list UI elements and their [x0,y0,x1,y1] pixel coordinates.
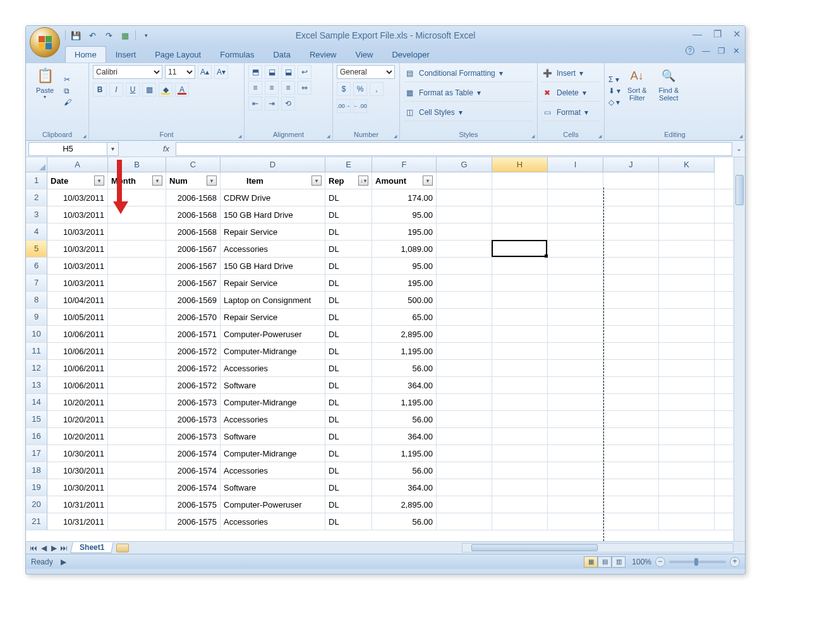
row-header-11[interactable]: 11 [26,343,47,360]
cell[interactable] [437,258,492,274]
cell[interactable]: Software [221,377,325,393]
cell[interactable] [492,258,548,274]
cell[interactable] [659,343,715,359]
cell[interactable] [603,513,659,530]
cell[interactable]: 364.00 [372,428,437,444]
cell[interactable]: Repair Service [221,224,325,240]
cell[interactable]: Accessories [221,513,325,530]
font-color-button[interactable]: A [175,83,189,97]
cell[interactable]: 10/06/2011 [47,377,108,393]
row-header-4[interactable]: 4 [26,224,47,241]
header-cell[interactable]: Amount▾ [372,172,437,189]
align-top-icon[interactable]: ⬒ [248,65,262,79]
cell[interactable]: 1,089.00 [372,241,437,257]
cell[interactable] [659,462,715,479]
cell[interactable]: 195.00 [372,224,437,240]
row-header-20[interactable]: 20 [26,496,47,513]
cell[interactable]: Accessories [221,462,325,479]
align-center-icon[interactable]: ≡ [265,81,279,95]
cell[interactable] [548,411,603,427]
sort-filter-button[interactable]: A↓ Sort & Filter [622,65,652,102]
cell[interactable]: 10/03/2011 [47,224,108,240]
cell[interactable] [548,513,603,530]
header-cell[interactable] [659,172,715,189]
cell[interactable]: 56.00 [372,411,437,427]
decrease-indent-icon[interactable]: ⇤ [248,97,262,110]
sheet-nav-next-icon[interactable]: ▶ [50,544,57,552]
cell[interactable]: 10/06/2011 [47,360,108,376]
cell[interactable]: 2006-1574 [166,479,221,496]
cell[interactable]: DL [325,309,372,325]
cell[interactable]: DL [325,462,372,479]
minimize-doc-button[interactable]: — [702,46,710,56]
cell[interactable] [108,326,166,342]
cell[interactable]: DL [325,292,372,308]
restore-button[interactable]: ❐ [713,28,722,40]
merge-center-icon[interactable]: ⇔ [298,81,311,95]
cell[interactable]: DL [325,189,372,206]
cell[interactable] [548,189,603,206]
cell[interactable]: 10/31/2011 [47,496,108,513]
row-header-14[interactable]: 14 [26,394,47,411]
header-cell[interactable]: Rep▾ [325,172,372,189]
insert-cells-button[interactable]: ➕Insert ▾ [541,65,600,82]
orientation-icon[interactable]: ⟲ [281,97,295,110]
cell[interactable] [603,428,659,444]
cell[interactable] [603,496,659,513]
cell[interactable]: 10/06/2011 [47,326,108,342]
cell[interactable] [603,360,659,376]
ribbon-tab-page-layout[interactable]: Page Layout [145,46,210,63]
percent-icon[interactable]: % [353,82,367,96]
delete-cells-button[interactable]: ✖Delete ▾ [541,85,600,102]
cell[interactable] [603,309,659,325]
cell[interactable]: Computer-Poweruser [221,326,325,342]
vertical-scrollbar[interactable] [734,157,745,541]
cell[interactable] [437,326,492,342]
redo-icon[interactable]: ↷ [102,29,115,42]
cell[interactable] [603,258,659,274]
cell[interactable]: Accessories [221,241,325,257]
align-left-icon[interactable]: ≡ [248,81,262,95]
cell[interactable] [437,206,492,223]
decrease-decimal-icon[interactable]: ←.00 [353,99,367,113]
filter-dropdown-date[interactable]: ▾ [94,176,104,186]
cell[interactable] [659,394,715,410]
cell[interactable] [548,292,603,308]
column-header-C[interactable]: C [166,157,221,172]
help-icon[interactable]: ? [686,46,694,55]
ribbon-tab-developer[interactable]: Developer [382,46,438,63]
cell[interactable]: DL [325,513,372,530]
italic-button[interactable]: I [109,83,123,97]
cell[interactable]: 364.00 [372,377,437,393]
cell[interactable] [108,445,166,462]
font-name-select[interactable]: Calibri [93,65,162,79]
cell[interactable]: 2006-1568 [166,224,221,240]
cell[interactable] [492,360,548,376]
column-header-D[interactable]: D [221,157,325,172]
format-cells-button[interactable]: ▭Format ▾ [541,104,600,121]
header-cell[interactable] [492,172,548,189]
cell[interactable]: 2006-1568 [166,206,221,223]
fill-color-button[interactable]: ◆ [159,83,172,97]
cell[interactable]: 56.00 [372,462,437,479]
row-header-16[interactable]: 16 [26,428,47,445]
cell[interactable] [437,224,492,240]
cell[interactable] [437,377,492,393]
cell[interactable] [603,189,659,206]
fill-icon[interactable]: ⬇ ▾ [608,86,620,95]
row-header-7[interactable]: 7 [26,275,47,292]
cell[interactable]: DL [325,241,372,257]
cell[interactable]: DL [325,428,372,444]
cell[interactable] [492,445,548,462]
conditional-formatting-button[interactable]: ▤Conditional Formatting ▾ [404,65,533,82]
cell[interactable]: 10/03/2011 [47,189,108,206]
border-button[interactable]: ▦ [142,83,156,97]
bold-button[interactable]: B [93,83,107,97]
cell[interactable]: 10/03/2011 [47,275,108,291]
cell[interactable] [603,479,659,496]
cell[interactable] [548,479,603,496]
row-header-2[interactable]: 2 [26,189,47,206]
row-header-13[interactable]: 13 [26,377,47,394]
cell[interactable] [603,394,659,410]
cell[interactable] [659,479,715,496]
